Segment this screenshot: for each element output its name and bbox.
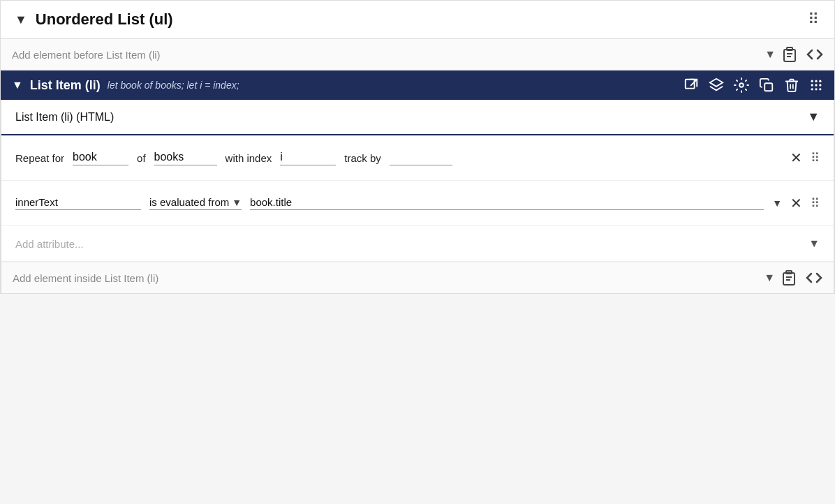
open-external-icon [683,77,699,93]
svg-point-17 [819,88,821,90]
add-before-select[interactable]: Add element before List Item (li) [12,49,759,61]
repeat-for-label: Repeat for [15,152,64,164]
repeat-row: Repeat for of with index track by ✕ ⠿ [1,135,834,181]
list-item-collapse-icon[interactable]: ▼ [12,79,23,91]
svg-marker-6 [710,79,723,87]
svg-point-15 [811,88,813,90]
svg-point-12 [811,84,813,86]
copy-button[interactable] [759,77,774,93]
svg-line-5 [690,80,697,86]
add-attribute-dropdown-arrow[interactable]: ▼ [808,237,820,250]
code-icon-button[interactable] [806,46,823,63]
add-inside-dropdown-arrow[interactable]: ▼ [764,272,775,284]
add-attribute-label: Add attribute... [15,238,84,250]
add-inside-select[interactable]: Add element inside List Item (li) [13,272,758,284]
svg-rect-8 [764,83,772,91]
html-dropdown-label: List Item (li) (HTML) [15,111,114,124]
svg-point-13 [815,84,817,86]
repeat-book-input[interactable] [73,151,128,165]
page-title: Unordered List (ul) [36,10,173,29]
add-before-dropdown-arrow[interactable]: ▼ [764,48,776,61]
list-item-subtitle: let book of books; let i = index; [108,80,239,91]
repeat-row-drag-handle[interactable]: ⠿ [811,150,820,165]
add-inside-code-button[interactable] [806,269,822,286]
top-header: ▼ Unordered List (ul) ⠿ [1,1,834,39]
add-inside-row: Add element inside List Item (li) ▼ [1,262,834,293]
code-icon-bottom [806,269,822,286]
innertext-attribute-input[interactable] [15,196,141,210]
svg-point-11 [819,80,821,82]
svg-point-14 [819,84,821,86]
add-before-bar: Add element before List Item (li) ▼ [1,39,834,71]
book-title-input[interactable] [250,196,764,210]
list-item-menu-button[interactable] [809,78,823,92]
repeat-track-input[interactable] [390,151,452,165]
delete-button[interactable] [784,77,799,93]
repeat-i-input[interactable] [280,151,336,165]
collapse-icon[interactable]: ▼ [15,13,27,27]
repeat-track-by-label: track by [344,152,381,164]
eval-dropdown-arrow[interactable]: ▼ [232,197,242,208]
list-item-header: ▼ List Item (li) let book of books; let … [1,71,834,100]
innertext-row-drag-handle[interactable]: ⠿ [811,195,820,211]
html-dropdown-arrow[interactable]: ▼ [807,110,820,124]
html-dropdown-row: List Item (li) (HTML) ▼ [1,100,834,135]
clipboard-icon-bottom [781,269,797,286]
open-external-button[interactable] [683,77,699,93]
layers-icon [709,77,724,93]
clipboard-icon [781,46,798,63]
svg-point-9 [811,80,813,82]
svg-rect-1 [784,50,795,61]
eval-dropdown[interactable]: is evaluated from ▼ [149,196,242,210]
list-item-menu-icon [809,78,823,92]
svg-point-7 [739,83,744,87]
innertext-row: is evaluated from ▼ ▼ ✕ ⠿ [1,181,834,226]
add-inside-clipboard-button[interactable] [781,269,797,286]
repeat-row-clear-button[interactable]: ✕ [790,149,802,166]
add-attribute-row: Add attribute... ▼ [1,226,834,262]
trash-icon [784,77,799,93]
header-menu-icon[interactable]: ⠿ [808,10,820,29]
repeat-books-input[interactable] [154,151,217,165]
svg-point-10 [815,80,817,82]
layers-button[interactable] [709,77,724,93]
settings-button[interactable] [734,77,749,93]
gear-icon [734,77,749,93]
innertext-row-clear-button[interactable]: ✕ [790,195,802,212]
eval-label: is evaluated from [149,196,229,208]
copy-icon [759,77,774,93]
svg-point-16 [815,88,817,90]
repeat-with-index-label: with index [226,152,272,164]
list-item-title: List Item (li) [30,78,101,93]
clipboard-icon-button[interactable] [781,46,798,63]
code-icon [806,46,823,63]
book-title-dropdown-arrow[interactable]: ▼ [772,198,782,209]
svg-rect-19 [783,273,795,285]
repeat-of-label: of [137,152,146,164]
